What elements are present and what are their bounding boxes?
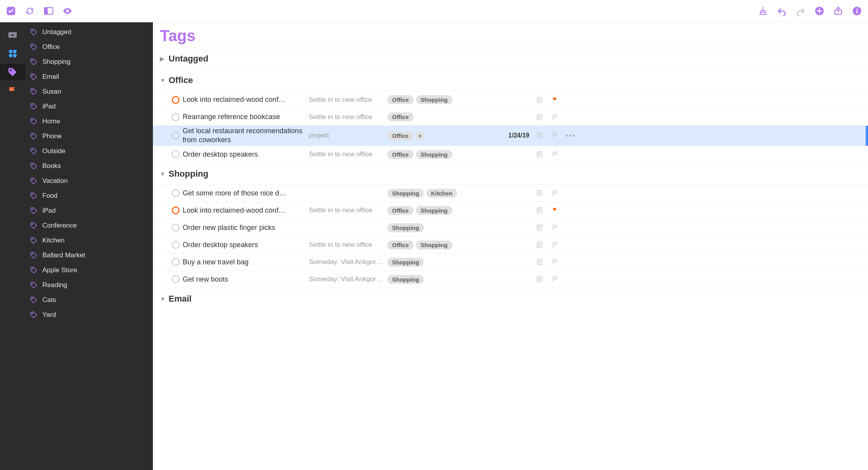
tag-pill[interactable]: Shopping xyxy=(387,258,424,267)
task-status-circle[interactable] xyxy=(172,189,180,197)
task-row[interactable]: Look into reclaimed-wood conf…Settle in … xyxy=(153,91,868,108)
note-icon[interactable] xyxy=(532,241,547,248)
tag-pill[interactable]: Office xyxy=(387,95,414,104)
flag-icon[interactable] xyxy=(547,207,563,214)
task-row[interactable]: Look into reclaimed-wood conf…Settle in … xyxy=(153,202,868,219)
task-row[interactable]: Order new plastic finger picksShopping xyxy=(153,219,868,236)
flag-icon[interactable] xyxy=(547,96,563,103)
note-icon[interactable] xyxy=(532,190,547,197)
flag-icon[interactable] xyxy=(547,258,563,266)
tag-pill[interactable]: Office xyxy=(387,112,414,121)
note-icon[interactable] xyxy=(532,207,547,214)
note-icon[interactable] xyxy=(532,276,547,283)
note-icon[interactable] xyxy=(532,151,547,158)
undo-icon[interactable] xyxy=(776,5,787,16)
flag-icon[interactable] xyxy=(547,151,563,158)
task-project: Settle in to new office xyxy=(309,241,387,249)
redo-icon[interactable] xyxy=(795,5,806,16)
tag-icon xyxy=(29,222,38,230)
sidebar-tag-item[interactable]: Ballard Market xyxy=(25,248,153,263)
tag-pill[interactable]: Office xyxy=(387,131,414,140)
tag-pill[interactable]: Kitchen xyxy=(426,189,457,198)
task-status-circle[interactable] xyxy=(172,224,180,231)
sidebar-tag-item[interactable]: Books xyxy=(25,159,153,174)
sidebar-tag-item[interactable]: Phone xyxy=(25,129,153,144)
task-status-circle[interactable] xyxy=(172,258,180,266)
cleanup-icon[interactable] xyxy=(757,5,768,16)
sidebar-tag-item[interactable]: Susan xyxy=(25,84,153,99)
sidebar-tag-item[interactable]: Shopping xyxy=(25,54,153,69)
rail-flagged[interactable] xyxy=(0,83,25,99)
sidebar-tag-item[interactable]: Office xyxy=(25,40,153,54)
tag-pill[interactable]: Shopping xyxy=(416,240,452,249)
note-icon[interactable] xyxy=(532,258,547,266)
task-row[interactable]: Order desktop speakersSettle in to new o… xyxy=(153,236,868,253)
task-status-circle[interactable] xyxy=(172,113,180,121)
task-status-circle[interactable] xyxy=(172,132,180,139)
sidebar-tag-item[interactable]: Yard xyxy=(25,307,153,322)
task-title: Order desktop speakers xyxy=(183,150,309,159)
sync-icon[interactable] xyxy=(24,5,35,16)
sidebar-tag-item[interactable]: Kitchen xyxy=(25,233,153,248)
more-icon[interactable]: ••• xyxy=(563,132,579,140)
sidebar-tag-item[interactable]: Outside xyxy=(25,144,153,159)
sidebar-toggle-icon[interactable] xyxy=(43,5,54,16)
group-header[interactable]: ▼Email xyxy=(153,288,868,309)
sidebar-tag-item[interactable]: Reading xyxy=(25,278,153,293)
share-icon[interactable] xyxy=(833,5,844,16)
sidebar-tag-item[interactable]: Conference xyxy=(25,218,153,233)
tag-pill[interactable]: Shopping xyxy=(387,223,424,232)
disclosure-triangle-icon: ▼ xyxy=(160,77,165,83)
task-row[interactable]: Rearrange reference bookcaseSettle in to… xyxy=(153,108,868,125)
tag-pill[interactable]: Office xyxy=(387,150,414,159)
sidebar-tag-item[interactable]: Untagged xyxy=(25,25,153,40)
rail-tags[interactable] xyxy=(0,64,25,80)
task-status-circle[interactable] xyxy=(172,241,180,249)
sidebar-tag-item[interactable]: Vacation xyxy=(25,174,153,188)
note-icon[interactable] xyxy=(532,224,547,231)
tag-pill[interactable]: Office xyxy=(387,240,414,249)
note-icon[interactable] xyxy=(532,96,547,103)
tag-pill[interactable]: Shopping xyxy=(416,95,452,104)
task-row[interactable]: Get local restaurant recommen­dations fr… xyxy=(153,125,868,146)
task-status-circle[interactable] xyxy=(172,150,180,158)
flag-icon[interactable] xyxy=(547,114,563,121)
tag-pill[interactable]: Shopping xyxy=(387,275,424,284)
rail-inbox[interactable] xyxy=(0,26,25,43)
tag-pill[interactable]: Office xyxy=(387,206,414,215)
task-status-circle[interactable] xyxy=(172,96,180,104)
group-title: Office xyxy=(169,75,193,85)
tag-pill[interactable]: Shopping xyxy=(416,150,452,159)
add-tag-button[interactable]: + xyxy=(416,131,425,140)
group-header[interactable]: ▶Untagged xyxy=(153,48,868,69)
check-icon[interactable] xyxy=(5,5,16,16)
task-row[interactable]: Order desktop speakersSettle in to new o… xyxy=(153,146,868,163)
task-row[interactable]: Get some more of those nice d…ShoppingKi… xyxy=(153,184,868,202)
tag-pill[interactable]: Shopping xyxy=(416,206,452,215)
flag-icon[interactable] xyxy=(547,276,563,283)
task-row[interactable]: Buy a new travel bagSomeday: Visit Ankgo… xyxy=(153,253,868,271)
sidebar-tag-item[interactable]: Email xyxy=(25,69,153,84)
sidebar-tag-item[interactable]: Food xyxy=(25,188,153,203)
sidebar-tag-item[interactable]: iPad xyxy=(25,99,153,114)
sidebar-tag-item[interactable]: iPad xyxy=(25,203,153,218)
tag-pill[interactable]: Shopping xyxy=(387,189,424,198)
add-icon[interactable] xyxy=(814,5,825,16)
note-icon[interactable] xyxy=(532,132,547,139)
group-header[interactable]: ▼Shopping xyxy=(153,163,868,184)
info-icon[interactable] xyxy=(852,5,863,16)
sidebar-tag-item[interactable]: Apple Store xyxy=(25,263,153,278)
task-row[interactable]: Get new bootsSomeday: Visit Ankgor …Shop… xyxy=(153,271,868,288)
flag-icon[interactable] xyxy=(547,132,563,139)
note-icon[interactable] xyxy=(532,114,547,121)
flag-icon[interactable] xyxy=(547,190,563,197)
sidebar-tag-item[interactable]: Home xyxy=(25,114,153,129)
sidebar-tag-item[interactable]: Cats xyxy=(25,293,153,307)
group-header[interactable]: ▼Office xyxy=(153,70,868,91)
task-status-circle[interactable] xyxy=(172,206,180,214)
rail-projects[interactable] xyxy=(0,45,25,61)
task-status-circle[interactable] xyxy=(172,275,180,283)
flag-icon[interactable] xyxy=(547,224,563,231)
view-icon[interactable] xyxy=(62,5,73,16)
flag-icon[interactable] xyxy=(547,241,563,248)
